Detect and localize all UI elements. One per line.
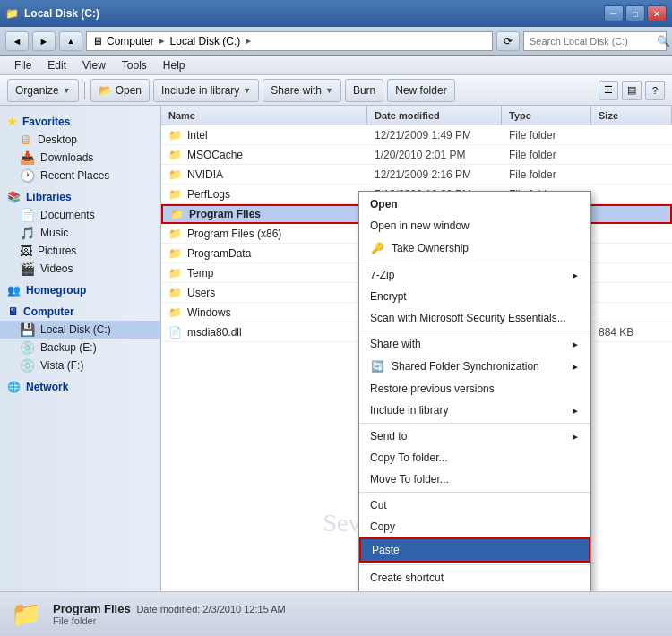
- ctx-encrypt[interactable]: Encrypt: [359, 286, 590, 307]
- favorites-label: Favorites: [22, 116, 70, 128]
- homegroup-label: Homegroup: [26, 284, 86, 297]
- sidebar-item-documents-label: Documents: [40, 209, 95, 221]
- file-icon-msdia80: 📄: [168, 326, 182, 339]
- sidebar-item-downloads-label: Downloads: [40, 151, 93, 164]
- ctx-include-library[interactable]: Include in library ►: [359, 400, 590, 421]
- view-toggle-button[interactable]: ▤: [622, 81, 642, 100]
- computer-icon: 🖥: [7, 305, 18, 318]
- ctx-open-new-window[interactable]: Open in new window: [359, 215, 590, 236]
- menu-edit[interactable]: Edit: [40, 57, 73, 73]
- close-button[interactable]: ✕: [647, 5, 667, 21]
- burn-button[interactable]: Burn: [345, 79, 383, 102]
- menu-tools[interactable]: Tools: [115, 57, 154, 73]
- share-with-button[interactable]: Share with ▼: [263, 79, 341, 102]
- ctx-separator-2: [359, 331, 590, 331]
- ctx-open[interactable]: Open: [359, 193, 590, 215]
- sidebar-item-vista-f-label: Vista (F:): [40, 359, 83, 372]
- sidebar-item-vista-f[interactable]: 💿 Vista (F:): [0, 357, 160, 374]
- col-header-date[interactable]: Date modified: [367, 106, 502, 125]
- table-row[interactable]: 📁Intel 12/21/2009 1:49 PM File folder: [161, 125, 672, 145]
- include-library-arrow: ▼: [243, 86, 251, 95]
- favorites-star-icon: ★: [7, 116, 17, 128]
- up-button[interactable]: ▲: [59, 31, 82, 51]
- menu-view[interactable]: View: [75, 57, 113, 73]
- libraries-label: Libraries: [26, 191, 72, 203]
- view-details-button[interactable]: ☰: [599, 81, 618, 100]
- path-computer: 🖥: [92, 35, 103, 47]
- ctx-scan-label: Scan with Microsoft Security Essentials.…: [370, 312, 566, 324]
- sidebar-item-music[interactable]: 🎵 Music: [0, 224, 160, 242]
- ctx-open-new-window-label: Open in new window: [370, 219, 470, 232]
- col-header-type[interactable]: Type: [502, 106, 591, 125]
- sidebar-item-pictures[interactable]: 🖼 Pictures: [0, 242, 160, 260]
- ctx-7zip[interactable]: 7-Zip ►: [359, 264, 590, 286]
- computer-header[interactable]: 🖥 Computer: [0, 303, 160, 321]
- sidebar-item-downloads[interactable]: 📥 Downloads: [0, 149, 160, 167]
- ctx-scan[interactable]: Scan with Microsoft Security Essentials.…: [359, 307, 590, 329]
- search-box[interactable]: 🔍: [523, 31, 667, 51]
- status-text: Program Files Date modified: 2/3/2010 12…: [53, 602, 286, 626]
- maximize-button[interactable]: □: [625, 5, 645, 21]
- ctx-7zip-arrow: ►: [571, 271, 580, 280]
- ctx-take-ownership[interactable]: 🔑 Take Ownership: [359, 236, 590, 260]
- pictures-icon: 🖼: [20, 244, 32, 258]
- ctx-copy[interactable]: Copy: [359, 516, 590, 537]
- help-button[interactable]: ?: [645, 81, 665, 100]
- ctx-paste[interactable]: Paste: [359, 537, 590, 563]
- desktop-icon: 🖥: [20, 133, 32, 147]
- path-separator-2: ►: [244, 36, 253, 46]
- minimize-button[interactable]: ─: [604, 5, 624, 21]
- ctx-shared-folder-sync[interactable]: 🔄 Shared Folder Synchronization ►: [359, 355, 590, 378]
- ctx-create-shortcut[interactable]: Create shortcut: [359, 567, 590, 589]
- share-with-arrow: ▼: [325, 86, 333, 95]
- search-input[interactable]: [530, 36, 653, 47]
- menu-file[interactable]: File: [7, 57, 39, 73]
- ctx-copy-to-folder-label: Copy To folder...: [370, 451, 448, 464]
- music-icon: 🎵: [20, 226, 35, 240]
- address-path[interactable]: 🖥 Computer ► Local Disk (C:) ►: [86, 31, 493, 51]
- libraries-header[interactable]: 📚 Libraries: [0, 188, 160, 206]
- sidebar-item-documents[interactable]: 📄 Documents: [0, 206, 160, 224]
- ctx-move-to-folder[interactable]: Move To folder...: [359, 468, 590, 490]
- ctx-delete[interactable]: 🛡 Delete: [359, 589, 590, 591]
- folder-icon-users: 📁: [168, 287, 182, 299]
- homegroup-header[interactable]: 👥 Homegroup: [0, 281, 160, 299]
- table-row[interactable]: 📁NVIDIA 12/21/2009 2:16 PM File folder: [161, 165, 672, 185]
- organize-button[interactable]: Organize ▼: [7, 79, 79, 102]
- window-icon: 📁: [5, 7, 19, 20]
- ctx-cut[interactable]: Cut: [359, 494, 590, 516]
- ctx-send-to[interactable]: Send to ►: [359, 425, 590, 447]
- title-bar-controls: ─ □ ✕: [604, 5, 667, 21]
- table-row[interactable]: 📁MSOCache 1/20/2010 2:01 PM File folder: [161, 145, 672, 165]
- include-library-button[interactable]: Include in library ▼: [153, 79, 259, 102]
- sidebar: ★ Favorites 🖥 Desktop 📥 Downloads 🕐 Rece…: [0, 106, 161, 591]
- folder-icon-windows: 📁: [168, 306, 182, 319]
- ctx-restore-prev-label: Restore previous versions: [370, 382, 495, 395]
- ctx-7zip-label: 7-Zip: [370, 269, 394, 281]
- sidebar-item-backup-e[interactable]: 💿 Backup (E:): [0, 339, 160, 357]
- open-button[interactable]: 📂 Open: [90, 79, 150, 102]
- sidebar-item-desktop[interactable]: 🖥 Desktop: [0, 131, 160, 149]
- col-header-size[interactable]: Size: [591, 106, 672, 125]
- folder-icon-program-files-x86: 📁: [168, 228, 182, 240]
- computer-section: 🖥 Computer 💾 Local Disk (C:) 💿 Backup (E…: [0, 303, 160, 374]
- ctx-restore-prev[interactable]: Restore previous versions: [359, 378, 590, 400]
- sidebar-item-videos[interactable]: 🎬 Videos: [0, 260, 160, 278]
- menu-help[interactable]: Help: [156, 57, 193, 73]
- toolbar-separator-1: [84, 82, 85, 99]
- ctx-copy-to-folder[interactable]: Copy To folder...: [359, 447, 590, 468]
- refresh-button[interactable]: ⟳: [496, 31, 520, 51]
- folder-icon-msocache: 📁: [168, 149, 182, 161]
- sidebar-item-local-disk-c[interactable]: 💾 Local Disk (C:): [0, 321, 160, 339]
- network-header[interactable]: 🌐 Network: [0, 378, 160, 396]
- new-folder-button[interactable]: New folder: [387, 79, 454, 102]
- forward-button[interactable]: ►: [32, 31, 56, 51]
- search-icon: 🔍: [657, 35, 670, 47]
- sidebar-item-recent-places[interactable]: 🕐 Recent Places: [0, 167, 160, 185]
- col-header-name[interactable]: Name: [161, 106, 367, 125]
- ctx-share-with[interactable]: Share with ►: [359, 333, 590, 355]
- favorites-header[interactable]: ★ Favorites: [0, 113, 160, 131]
- backup-e-icon: 💿: [20, 340, 35, 355]
- ctx-open-label: Open: [370, 198, 398, 211]
- back-button[interactable]: ◄: [5, 31, 29, 51]
